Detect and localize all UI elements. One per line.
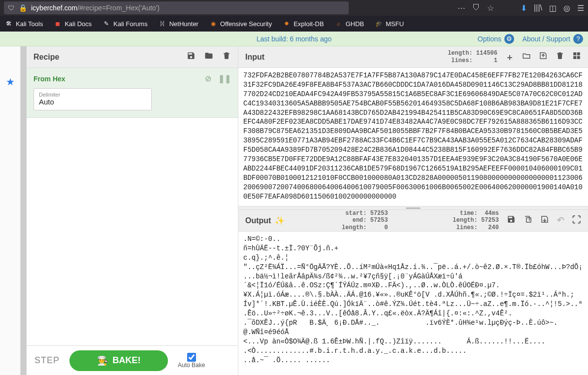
grad-icon: 🎓: [375, 20, 383, 28]
auto-bake-checkbox[interactable]: [187, 353, 196, 362]
options-link[interactable]: Options ⚙: [478, 34, 514, 44]
input-header: Input length: 114506 lines: 1 ＋: [238, 46, 588, 68]
io-splitter[interactable]: [238, 206, 588, 210]
gear-icon: ⚙: [504, 34, 514, 44]
bookmark-star-icon[interactable]: ☆: [487, 3, 494, 13]
search-bm-icon: ⌕: [335, 20, 343, 28]
pause-op-icon[interactable]: ❚❚: [218, 74, 231, 83]
bake-label: BAKE!: [113, 355, 141, 366]
auto-bake-label: Auto Bake: [178, 362, 205, 369]
clear-recipe-icon[interactable]: [222, 51, 231, 63]
more-icon[interactable]: ⋯: [457, 3, 465, 13]
output-header: Output ✨ start: 57253 end: 57253 length:…: [238, 210, 588, 232]
downloads-icon[interactable]: ⬇: [521, 3, 527, 13]
add-tab-icon[interactable]: ＋: [505, 51, 514, 63]
save-output-icon[interactable]: [507, 215, 516, 226]
last-build-link[interactable]: Last build: 6 months ago: [257, 35, 332, 43]
delimiter-field[interactable]: Delimiter Auto: [33, 88, 152, 110]
save-recipe-icon[interactable]: [187, 51, 196, 63]
delimiter-value: Auto: [39, 98, 146, 106]
reader-shield-icon[interactable]: ⛉: [472, 3, 480, 12]
shield-bm-icon: ◉: [209, 20, 217, 28]
open-file-icon[interactable]: [539, 51, 548, 63]
bookmarks-bar: 🛠Kali Tools ◼Kali Docs ✎Kali Forums ᛞNet…: [0, 16, 588, 32]
bug-icon: ✸: [283, 20, 291, 28]
recipe-title: Recipe: [33, 53, 59, 62]
resize-gutter-left[interactable]: [21, 46, 27, 375]
banner: Last build: 6 months ago Options ⚙ About…: [0, 32, 588, 46]
output-textarea[interactable]: .N=©:·0.. ñ=hÙÄË--t.±Ï.?0Y¨Õj.ñ.+ c.q}.;…: [238, 232, 588, 375]
maximize-icon[interactable]: ⛶: [572, 215, 581, 226]
output-title: Output: [245, 216, 271, 225]
delimiter-label: Delimiter: [39, 92, 146, 98]
step-button[interactable]: STEP: [34, 355, 60, 366]
bookmark-kali-tools[interactable]: 🛠Kali Tools: [5, 20, 43, 28]
tool-icon: 🛠: [5, 20, 13, 28]
disable-op-icon[interactable]: ⊘: [205, 74, 211, 83]
about-link[interactable]: About / Support ?: [523, 34, 583, 44]
operation-from-hex[interactable]: From Hex ⊘ ❚❚ Delimiter Auto: [27, 68, 238, 118]
open-folder-icon[interactable]: [522, 51, 531, 63]
recipe-body: From Hex ⊘ ❚❚ Delimiter Auto: [27, 68, 238, 345]
bookmark-kali-docs[interactable]: ◼Kali Docs: [54, 20, 92, 28]
url-bar[interactable]: 🛡 🔒 icyberchef.com/#recipe=From_Hex('Aut…: [4, 1, 349, 14]
load-recipe-icon[interactable]: [204, 51, 213, 63]
chef-icon: 👨‍🍳: [97, 355, 108, 366]
lock-icon[interactable]: 🔒: [19, 4, 27, 12]
url-text: icyberchef.com/#recipe=From_Hex('Auto'): [31, 4, 160, 12]
input-stats: length: 114506 lines: 1: [448, 50, 497, 64]
magic-icon[interactable]: ✨: [275, 216, 285, 225]
undo-icon[interactable]: ↶: [557, 215, 564, 226]
bookmark-exploitdb[interactable]: ✸Exploit-DB: [283, 20, 324, 28]
move-output-icon[interactable]: [540, 215, 549, 226]
bookmark-kali-forums[interactable]: ✎Kali Forums: [102, 20, 147, 28]
library-icon[interactable]: |||\: [534, 3, 542, 12]
bookmark-nethunter[interactable]: ᛞNetHunter: [159, 20, 198, 28]
antenna-icon: ᛞ: [159, 20, 166, 28]
left-sidebar: ★: [0, 46, 21, 375]
menu-icon[interactable]: ☰: [577, 3, 584, 13]
bookmark-offsec[interactable]: ◉Offensive Security: [209, 20, 272, 28]
auto-bake-toggle[interactable]: Auto Bake: [178, 353, 205, 369]
bake-button[interactable]: 👨‍🍳 BAKE!: [69, 350, 168, 371]
bookmark-msfu[interactable]: 🎓MSFU: [375, 20, 404, 28]
recipe-header: Recipe: [27, 46, 238, 68]
output-stats-2: time: 44ms length: 57253 lines: 240: [453, 210, 499, 231]
reset-layout-icon[interactable]: [572, 51, 581, 63]
operation-name: From Hex: [33, 75, 65, 83]
book-icon: ◼: [54, 20, 62, 28]
copy-output-icon[interactable]: [523, 215, 532, 226]
output-stats-1: start: 57253 end: 57253 length: 0: [342, 210, 388, 231]
bookmark-ghdb[interactable]: ⌕GHDB: [335, 20, 364, 28]
browser-chrome: 🛡 🔒 icyberchef.com/#recipe=From_Hex('Aut…: [0, 0, 588, 16]
recipe-panel: Recipe From Hex ⊘ ❚❚: [27, 46, 238, 375]
sidebar-icon[interactable]: ◫: [549, 3, 556, 13]
chat-icon: ✎: [102, 20, 110, 28]
account-icon[interactable]: ◎: [563, 3, 570, 13]
recipe-footer: STEP 👨‍🍳 BAKE! Auto Bake: [27, 345, 238, 375]
favorites-star-icon[interactable]: ★: [6, 76, 15, 88]
io-panel: Input length: 114506 lines: 1 ＋ 732FDFA2…: [238, 46, 588, 375]
clear-input-icon[interactable]: [555, 51, 564, 63]
shield-icon[interactable]: 🛡: [8, 4, 15, 12]
input-title: Input: [245, 53, 264, 62]
input-textarea[interactable]: 732FDFA2B2BE07807784B2A537E7F1A7FF5B87A1…: [238, 68, 588, 206]
help-icon: ?: [573, 34, 583, 44]
